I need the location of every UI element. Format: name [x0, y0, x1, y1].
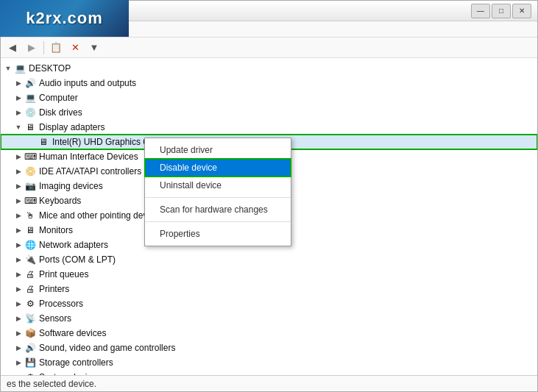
expand-icon-software: ▶: [14, 329, 23, 338]
expand-icon-sensors: ▶: [14, 314, 23, 323]
label-imaging: Imaging devices: [39, 181, 103, 191]
icon-mice: 🖱: [24, 210, 36, 221]
eject-icon: ✕: [71, 42, 79, 53]
expand-icon-storage: ▶: [14, 358, 23, 367]
back-button[interactable]: ◀: [4, 40, 21, 56]
tree-item-processors[interactable]: ▶ ⚙ Processors: [1, 296, 537, 311]
icon-print-queues: 🖨: [24, 268, 36, 280]
status-bar: es the selected device.: [1, 375, 537, 391]
tree-item-sound-video[interactable]: ▶ 🔊 Sound, video and game controllers: [1, 341, 537, 355]
icon-ide: 📀: [24, 165, 36, 177]
expand-icon-keyboards: ▶: [14, 196, 23, 205]
icon-disk: 💿: [24, 107, 36, 118]
expand-icon-sound-video: ▶: [14, 343, 23, 352]
refresh-icon: ▼: [90, 42, 99, 53]
label-keyboards: Keyboards: [39, 196, 81, 206]
expand-icon-network: ▶: [14, 240, 23, 249]
tree-item-display[interactable]: ▼ 🖥 Display adapters: [1, 120, 537, 135]
title-bar-buttons: — □ ✕: [471, 4, 531, 18]
icon-computer: 💻: [24, 92, 36, 104]
refresh-button[interactable]: ▼: [85, 40, 103, 56]
label-ide: IDE ATA/ATAPI controllers: [39, 166, 141, 177]
label-display: Display adapters: [39, 122, 105, 132]
expand-icon-mice: ▶: [14, 211, 23, 220]
label-mice: Mice and other pointing dev...: [39, 210, 155, 221]
context-menu: Update driver Disable device Uninstall d…: [144, 138, 291, 246]
tree-item-desktop[interactable]: ▼ 💻 DESKTOP: [1, 61, 537, 76]
expand-icon-monitors: ▶: [14, 226, 23, 235]
expand-icon-disk: ▶: [14, 108, 23, 117]
label-sound-video: Sound, video and game controllers: [39, 343, 175, 353]
icon-system: ⚙: [24, 371, 36, 375]
tree-item-system[interactable]: ▶ ⚙ System devices: [1, 370, 537, 375]
maximize-button[interactable]: □: [492, 4, 511, 18]
icon-network: 🌐: [24, 239, 36, 251]
expand-icon-hid: ▶: [14, 152, 23, 161]
tree-item-printers[interactable]: ▶ 🖨 Printers: [1, 282, 537, 296]
tree-item-audio[interactable]: ▶ 🔊 Audio inputs and outputs: [1, 76, 537, 90]
label-sensors: Sensors: [39, 313, 71, 324]
tree-item-computer[interactable]: ▶ 💻 Computer: [1, 90, 537, 105]
tree-item-disk[interactable]: ▶ 💿 Disk drives: [1, 105, 537, 120]
icon-desktop: 💻: [14, 63, 26, 74]
expand-icon-print-queues: ▶: [14, 270, 23, 279]
expand-icon-display: ▼: [14, 123, 23, 132]
label-computer: Computer: [39, 93, 78, 103]
icon-software: 📦: [24, 327, 36, 339]
expand-icon-gpu: [27, 138, 36, 146]
context-menu-properties[interactable]: Properties: [145, 225, 291, 243]
properties-button[interactable]: 📋: [47, 40, 65, 56]
icon-monitors: 🖥: [24, 224, 36, 236]
context-menu-scan-changes[interactable]: Scan for hardware changes: [145, 201, 291, 218]
properties-icon: 📋: [50, 42, 62, 53]
icon-sound-video: 🔊: [24, 342, 36, 354]
close-button[interactable]: ✕: [512, 4, 531, 18]
label-printers: Printers: [39, 284, 69, 294]
label-monitors: Monitors: [39, 225, 73, 235]
expand-icon-imaging: ▶: [14, 182, 23, 190]
eject-button[interactable]: ✕: [66, 40, 84, 56]
label-ports: Ports (COM & LPT): [39, 254, 116, 265]
forward-icon: ▶: [28, 42, 35, 53]
tree-item-ports[interactable]: ▶ 🔌 Ports (COM & LPT): [1, 252, 537, 267]
icon-audio: 🔊: [24, 77, 36, 89]
tree-item-software[interactable]: ▶ 📦 Software devices: [1, 326, 537, 341]
icon-processors: ⚙: [24, 298, 36, 310]
icon-gpu: 🖥: [38, 136, 49, 148]
watermark: k2rx.com: [0, 0, 129, 37]
context-menu-sep-1: [145, 197, 291, 198]
minimize-button[interactable]: —: [471, 4, 490, 18]
context-menu-disable-device[interactable]: Disable device: [145, 159, 291, 177]
watermark-text: k2rx.com: [26, 9, 103, 28]
expand-icon-audio: ▶: [14, 79, 23, 88]
expand-icon-computer: ▶: [14, 93, 23, 102]
device-manager-window: k2rx.com ⚙ Device Manager — □ ✕ Action V…: [0, 0, 538, 392]
label-network: Network adapters: [39, 240, 108, 250]
label-audio: Audio inputs and outputs: [39, 78, 136, 88]
expand-icon-processors: ▶: [14, 299, 23, 308]
icon-imaging: 📷: [24, 180, 36, 192]
expand-icon-system: ▶: [14, 373, 23, 375]
icon-sensors: 📡: [24, 313, 36, 324]
context-menu-sep-2: [145, 221, 291, 222]
expand-icon-printers: ▶: [14, 285, 23, 293]
forward-button[interactable]: ▶: [23, 40, 40, 56]
back-icon: ◀: [9, 42, 16, 53]
status-text: es the selected device.: [7, 379, 96, 389]
label-desktop: DESKTOP: [29, 63, 71, 74]
label-software: Software devices: [39, 328, 106, 338]
main-content: ▼ 💻 DESKTOP ▶ 🔊 Audio inputs and outputs…: [1, 58, 537, 375]
label-print-queues: Print queues: [39, 269, 88, 279]
tree-item-sensors[interactable]: ▶ 📡 Sensors: [1, 311, 537, 326]
icon-display: 🖥: [24, 121, 36, 133]
label-disk: Disk drives: [39, 107, 82, 118]
context-menu-uninstall-device[interactable]: Uninstall device: [145, 177, 291, 194]
expand-icon-ide: ▶: [14, 167, 23, 176]
label-system: System devices: [39, 372, 101, 375]
tree-item-print-queues[interactable]: ▶ 🖨 Print queues: [1, 267, 537, 282]
tree-item-storage[interactable]: ▶ 💾 Storage controllers: [1, 355, 537, 370]
icon-keyboards: ⌨: [24, 195, 36, 207]
label-hid: Human Interface Devices: [39, 152, 138, 162]
expand-icon-desktop: ▼: [4, 64, 13, 73]
context-menu-update-driver[interactable]: Update driver: [145, 141, 291, 159]
